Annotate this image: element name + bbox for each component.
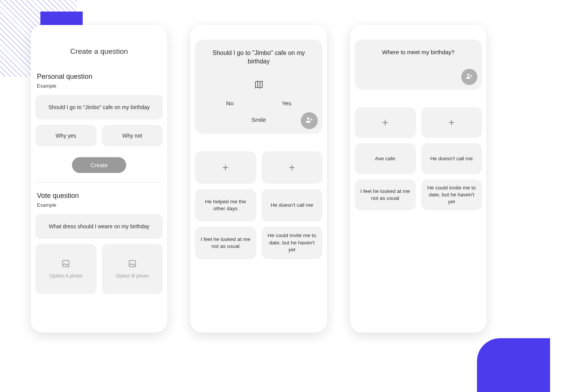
map-icon[interactable] (202, 80, 315, 89)
option-tile-3[interactable]: I feel he looked at me not as usual (355, 179, 416, 210)
invite-people-button[interactable] (461, 69, 477, 85)
svg-point-2 (307, 117, 309, 120)
phone-screen-where-meet: Where to meet my birthday? + + Ave cafe (350, 25, 487, 332)
add-reason-1[interactable]: + (195, 151, 256, 184)
personal-question-heading: Personal question (35, 73, 163, 81)
vote-question-heading: Vote question (35, 192, 163, 200)
option-tile-4[interactable]: He could invite me to date, but he haven… (421, 179, 482, 210)
decor-accent-block-bottom (477, 338, 550, 392)
section-divider (37, 182, 161, 183)
chip-why-not[interactable]: Why not (102, 125, 163, 146)
plus-icon: + (222, 160, 228, 175)
svg-rect-1 (129, 261, 136, 267)
page-title: Create a question (35, 47, 163, 56)
photo-option-row: Option A photo Option B photo (35, 244, 163, 294)
reason-tile-2[interactable]: He doesn't call me (262, 189, 323, 221)
photo-option-b-label: Option B photo (115, 273, 149, 279)
person-add-icon (305, 116, 314, 126)
image-icon (128, 259, 137, 273)
photo-option-a-label: Option A photo (50, 273, 82, 279)
phone-screen-question-detail: Should I go to "Jimbo" cafe on my birthd… (190, 25, 327, 332)
add-option-1[interactable]: + (355, 107, 416, 138)
option-tile-1[interactable]: Ave cafe (355, 143, 416, 174)
svg-point-3 (467, 74, 469, 76)
options-grid: + + Ave cafe He doesn't call me I feel h… (355, 107, 482, 210)
question-hero-card: Where to meet my birthday? (355, 40, 482, 90)
plus-icon: + (289, 160, 295, 175)
vote-options-row: No Yes (202, 100, 315, 106)
phone-screen-create-question: Create a question Personal question Exam… (31, 25, 167, 332)
person-add-icon (465, 72, 473, 81)
phone-frames-row: Create a question Personal question Exam… (31, 25, 546, 332)
vote-example-label: Example (35, 202, 163, 208)
add-reason-2[interactable]: + (262, 151, 323, 184)
question-title: Where to meet my birthday? (362, 49, 475, 55)
option-no[interactable]: No (226, 100, 233, 106)
question-title: Should I go to "Jimbo" cafe on my birthd… (202, 49, 315, 66)
reason-tile-3[interactable]: I feel he looked at me not as usual (195, 227, 256, 259)
add-option-2[interactable]: + (421, 107, 482, 138)
create-button[interactable]: Create (72, 157, 126, 173)
image-icon (62, 259, 70, 273)
invite-people-button[interactable] (301, 112, 318, 129)
plus-icon: + (449, 115, 455, 130)
option-smile[interactable]: Smile (202, 116, 315, 123)
reasons-grid: + + He helped me the other days He doesn… (195, 151, 322, 259)
personal-example-label: Example (35, 83, 163, 89)
plus-icon: + (382, 115, 388, 130)
photo-option-b[interactable]: Option B photo (102, 244, 163, 294)
reason-tile-4[interactable]: He could invite me to date, but he haven… (262, 227, 323, 259)
personal-chip-row: Why yes Why not (35, 125, 163, 146)
option-tile-2[interactable]: He doesn't call me (421, 143, 482, 174)
reason-tile-1[interactable]: He helped me the other days (195, 189, 256, 221)
svg-rect-0 (63, 261, 69, 267)
photo-option-a[interactable]: Option A photo (35, 244, 97, 294)
personal-question-example-card[interactable]: Should I go to "Jimbo" cafe on my birthd… (35, 95, 163, 120)
question-hero-card: Should I go to "Jimbo" cafe on my birthd… (195, 40, 322, 134)
chip-why-yes[interactable]: Why yes (35, 125, 97, 146)
vote-question-example-card[interactable]: What dress should I weare on my birthday (35, 214, 163, 239)
option-yes[interactable]: Yes (282, 100, 291, 106)
